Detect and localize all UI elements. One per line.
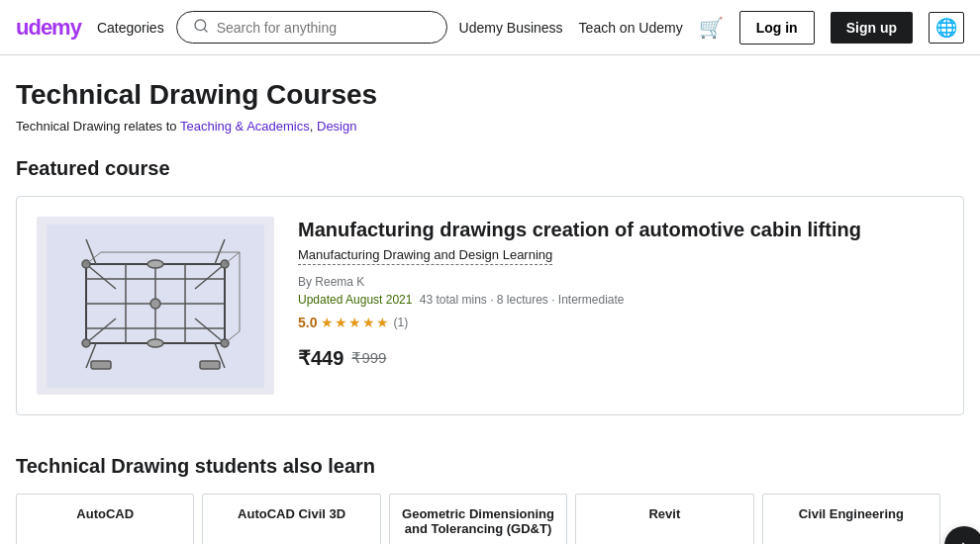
also-learn-title: Technical Drawing students also learn [16,455,964,478]
page-title: Technical Drawing Courses [16,79,964,111]
rating-count: (1) [393,316,408,329]
svg-line-1 [204,29,207,32]
svg-point-16 [82,339,90,347]
tags-grid: AutoCAD AutoCAD Civil 3D Geometric Dimen… [16,494,940,544]
tag-civil-engineering[interactable]: Civil Engineering [762,494,940,544]
featured-section-title: Featured course [16,157,964,180]
price-original: ₹999 [351,349,386,367]
course-info: Manufacturing drawings creation of autom… [298,217,943,370]
course-subtitle: Manufacturing Drawing and Design Learnin… [298,247,552,265]
main-content: Technical Drawing Courses Technical Draw… [0,55,980,544]
star-3: ★ [348,315,361,330]
price-current: ₹449 [298,346,343,370]
tag-autocad[interactable]: AutoCAD [16,494,194,544]
rating-number: 5.0 [298,315,317,330]
breadcrumb-teaching-link[interactable]: Teaching & Academics [180,119,310,134]
language-icon[interactable]: 🌐 [929,12,964,44]
navbar: udemy Categories Udemy Business Teach on… [0,0,980,55]
carousel-next-button[interactable]: › [944,526,980,545]
breadcrumb: Technical Drawing relates to Teaching & … [16,119,964,134]
tag-autocad-civil-3d[interactable]: AutoCAD Civil 3D [202,494,380,544]
search-bar[interactable] [176,11,447,44]
teach-on-udemy-link[interactable]: Teach on Udemy [579,20,683,36]
price-row: ₹449 ₹999 [298,346,943,370]
updated-label: Updated August 2021 [298,293,412,307]
svg-point-28 [147,260,163,268]
course-meta: Updated August 2021 43 total mins · 8 le… [298,293,943,307]
star-5: ★ [376,315,389,330]
course-stats: 43 total mins · 8 lectures · Intermediat… [420,293,625,307]
star-1: ★ [321,315,334,330]
breadcrumb-prefix: Technical Drawing relates to [16,119,177,134]
search-icon [193,18,209,37]
udemy-logo[interactable]: udemy [16,15,81,41]
tag-gdt[interactable]: Geometric Dimensioning and Tolerancing (… [389,494,567,544]
featured-card[interactable]: Manufacturing drawings creation of autom… [16,196,964,415]
rating-row: 5.0 ★ ★ ★ ★ ★ (1) [298,315,943,330]
cart-icon[interactable]: 🛒 [699,16,724,40]
signup-button[interactable]: Sign up [831,12,913,44]
chevron-right-icon: › [961,535,967,544]
svg-point-29 [147,339,163,347]
categories-button[interactable]: Categories [97,20,164,36]
svg-rect-30 [91,361,111,369]
star-4: ★ [362,315,375,330]
tag-revit[interactable]: Revit [575,494,753,544]
course-title[interactable]: Manufacturing drawings creation of autom… [298,217,943,242]
star-2: ★ [335,315,347,330]
course-thumbnail [37,217,274,395]
breadcrumb-design-link[interactable]: Design [317,119,356,134]
udemy-business-link[interactable]: Udemy Business [459,20,563,36]
tags-wrapper: AutoCAD AutoCAD Civil 3D Geometric Dimen… [16,494,964,544]
svg-rect-31 [200,361,220,369]
star-rating: ★ ★ ★ ★ ★ [321,315,389,330]
search-input[interactable] [217,20,431,36]
navbar-right: Udemy Business Teach on Udemy 🛒 Log in S… [459,11,964,45]
course-author: By Reema K [298,275,943,289]
login-button[interactable]: Log in [739,11,815,45]
svg-point-18 [150,299,160,309]
